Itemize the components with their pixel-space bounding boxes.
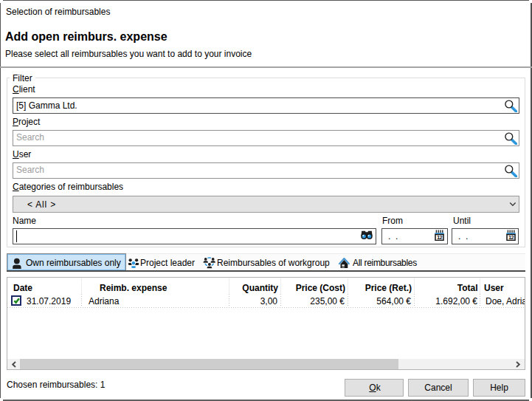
svg-text:12: 12 xyxy=(437,234,443,241)
svg-text:12: 12 xyxy=(508,234,514,241)
